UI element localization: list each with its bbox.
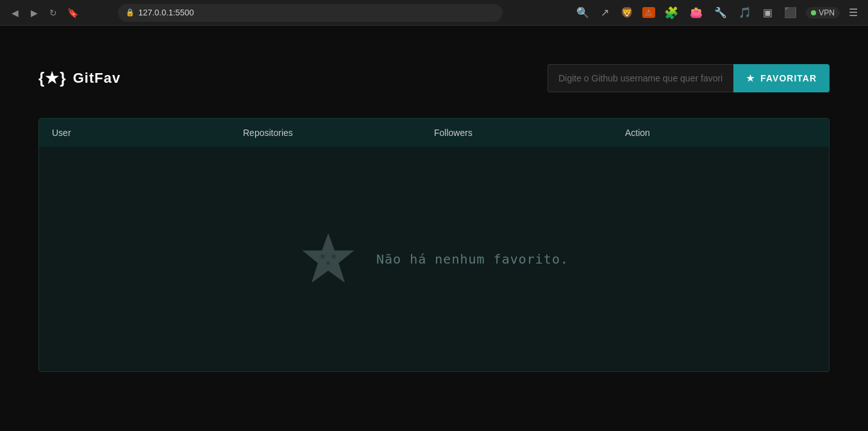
col-repositories: Repositories [243,128,434,138]
favoritar-button[interactable]: ★ FAVORITAR [733,64,830,92]
bookmark-button[interactable]: 🔖 [65,6,79,20]
vpn-label: VPN [819,8,835,17]
col-user: User [52,128,243,138]
vpn-dot [811,10,816,15]
menu-icon[interactable]: ☰ [846,5,860,20]
logo-text: GitFav [73,70,121,87]
address-bar[interactable]: 🔒 127.0.0.1:5500 [118,4,503,22]
svg-marker-0 [303,233,355,283]
wallet-icon[interactable]: 👛 [687,5,705,20]
empty-state: Não há nenhum favorito. [299,230,569,288]
table-body: Não há nenhum favorito. [39,147,829,371]
app-container: {★} GitFav ★ FAVORITAR User Repositories… [0,26,868,372]
table-header: User Repositories Followers Action [39,119,829,147]
col-action: Action [625,128,816,138]
logo: {★} GitFav [38,69,121,87]
star-icon: ★ [746,73,755,83]
back-button[interactable]: ◀ [8,6,22,20]
sidebar-icon[interactable]: ▣ [760,5,775,20]
search-toolbar-icon[interactable]: 🔍 [574,5,592,20]
url-text: 127.0.0.1:5500 [138,8,194,17]
svg-rect-2 [331,255,335,258]
share-icon[interactable]: ↗ [598,5,612,20]
screenshot-icon[interactable]: ⬛ [781,5,799,20]
browser-toolbar-right: 🔍 ↗ 🦁 ⚠ 🧩 👛 🔧 🎵 ▣ ⬛ VPN ☰ [574,4,860,21]
empty-star-icon [299,230,357,288]
brave-shield-icon[interactable]: 🦁 [618,5,636,20]
empty-message: Não há nenhum favorito. [376,251,569,267]
github-username-input[interactable] [547,64,733,92]
forward-button[interactable]: ▶ [27,6,41,20]
extensions2-icon[interactable]: 🔧 [712,5,730,20]
lock-icon: 🔒 [126,8,135,17]
browser-chrome: ◀ ▶ ↻ 🔖 🔒 127.0.0.1:5500 🔍 ↗ 🦁 ⚠ 🧩 👛 🔧 🎵… [0,0,868,26]
col-followers: Followers [434,128,625,138]
favorites-table: User Repositories Followers Action Não h… [38,118,830,372]
extensions-icon[interactable]: 🧩 [662,4,681,21]
svg-rect-1 [321,255,324,258]
music-icon[interactable]: 🎵 [736,5,754,20]
svg-point-3 [326,262,330,265]
fav-button-label: FAVORITAR [760,73,817,83]
logo-icon: {★} [38,69,67,87]
vpn-badge[interactable]: VPN [806,7,840,19]
reload-button[interactable]: ↻ [46,6,60,20]
warning-icon[interactable]: ⚠ [642,7,655,18]
app-header: {★} GitFav ★ FAVORITAR [38,64,830,92]
header-right: ★ FAVORITAR [547,64,830,92]
